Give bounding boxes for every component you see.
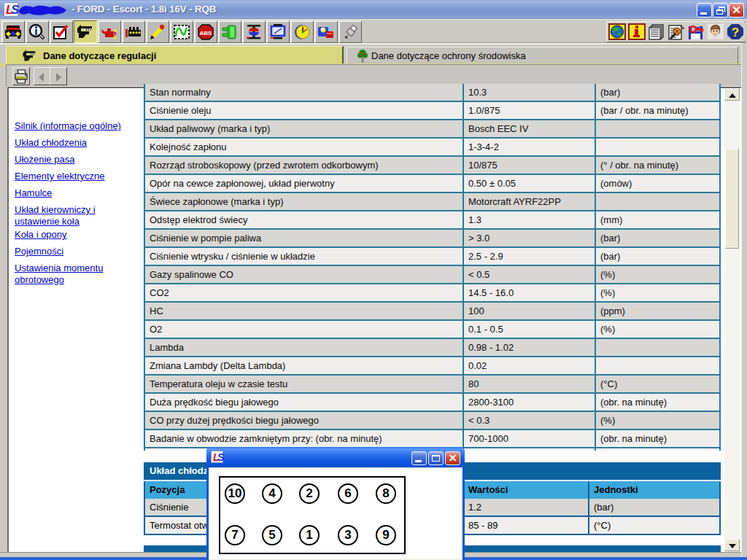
svg-text:ABS: ABS <box>200 30 213 36</box>
svg-text:?: ? <box>732 26 739 39</box>
